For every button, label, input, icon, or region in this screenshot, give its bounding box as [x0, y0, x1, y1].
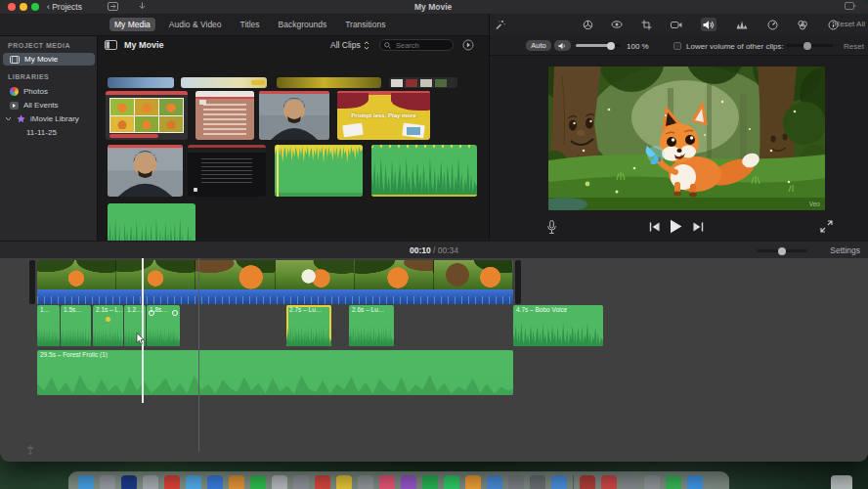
lower-volume-knob[interactable]: [803, 42, 811, 50]
play-button[interactable]: [670, 219, 682, 234]
dock-icon[interactable]: [293, 475, 309, 489]
dock-icon[interactable]: [100, 475, 115, 489]
media-thumbnail[interactable]: [108, 77, 174, 88]
color-balance-icon[interactable]: [580, 18, 595, 31]
voiceover-mic-icon[interactable]: [546, 220, 557, 235]
tab-backgrounds[interactable]: Backgrounds: [274, 18, 332, 31]
tab-my-media[interactable]: My Media: [109, 18, 155, 31]
lower-volume-checkbox[interactable]: [673, 42, 681, 50]
timeline-settings-button[interactable]: Settings: [830, 245, 860, 255]
dock-icon[interactable]: [186, 475, 201, 489]
dock-trash-icon[interactable]: [831, 475, 852, 489]
volume-slider-knob[interactable]: [607, 42, 615, 50]
clip-filter-icon[interactable]: [795, 18, 810, 31]
dock-icon[interactable]: [623, 475, 638, 489]
titlebar-extension-icon[interactable]: [845, 2, 856, 10]
timeline-zoom-slider[interactable]: [757, 249, 807, 252]
tab-audio-video[interactable]: Audio & Video: [164, 18, 227, 31]
dock-icon[interactable]: [687, 475, 703, 489]
media-thumbnail-webcam[interactable]: [259, 91, 329, 140]
media-thumbnail[interactable]: [181, 77, 267, 88]
sidebar-item-all-events[interactable]: All Events: [3, 99, 95, 111]
dock-icon[interactable]: [315, 475, 330, 489]
dock-icon[interactable]: [422, 475, 438, 489]
auto-volume-button[interactable]: Auto: [526, 40, 551, 51]
dock-icon[interactable]: [121, 475, 137, 489]
video-clip-audio-waveform[interactable]: [37, 289, 513, 304]
media-thumbnail[interactable]: [277, 77, 381, 88]
dock-icon[interactable]: [272, 475, 287, 489]
fade-handle[interactable]: [172, 310, 178, 316]
audio-clip-selected[interactable]: 2.7s – Lu…: [286, 305, 331, 346]
browser-next-icon[interactable]: [462, 39, 474, 51]
audio-clip-bobo-voice[interactable]: 4.7s – Bobo Voice: [513, 305, 603, 346]
media-thumbnail-audio-yellow[interactable]: [275, 145, 363, 197]
skip-back-button[interactable]: [649, 222, 660, 232]
audio-clip[interactable]: 1.8s…: [147, 305, 180, 346]
dock-icon[interactable]: [143, 475, 158, 489]
timeline-zoom-knob[interactable]: [778, 247, 786, 255]
search-input[interactable]: [394, 40, 449, 51]
lower-volume-slider[interactable]: [786, 44, 833, 47]
dock-icon[interactable]: [508, 475, 524, 489]
sidebar-item-event-11-11-25[interactable]: 11-11-25: [3, 126, 95, 139]
video-clip-filmstrip[interactable]: [37, 260, 513, 289]
media-thumbnail-fox-collage[interactable]: [106, 91, 188, 140]
dock-icon[interactable]: [580, 475, 595, 489]
sidebar-toggle-icon[interactable]: [105, 40, 117, 50]
dock-icon[interactable]: [207, 475, 223, 489]
preview-viewer[interactable]: Veo: [548, 67, 825, 210]
tab-transitions[interactable]: Transitions: [340, 18, 390, 31]
close-button[interactable]: [8, 3, 16, 11]
dock-icon[interactable]: [487, 475, 502, 489]
back-to-projects-button[interactable]: ‹ Projects: [47, 2, 82, 12]
color-correction-icon[interactable]: [609, 18, 625, 31]
media-thumbnail-webcam[interactable]: [108, 145, 183, 197]
dock-icon[interactable]: [551, 475, 567, 489]
sidebar-item-my-movie[interactable]: My Movie: [3, 53, 95, 66]
dock-icon[interactable]: [336, 475, 352, 489]
stabilization-camera-icon[interactable]: [669, 18, 684, 31]
mute-speaker-button[interactable]: [554, 40, 571, 51]
media-thumbnail-terminal[interactable]: [188, 145, 266, 197]
import-media-icon[interactable]: [108, 2, 118, 11]
audio-clip[interactable]: 1…: [37, 305, 60, 346]
volume-slider[interactable]: [576, 44, 621, 47]
dock-icon[interactable]: [250, 475, 266, 489]
dock-icon[interactable]: [401, 475, 416, 489]
playhead[interactable]: [142, 258, 144, 403]
crop-icon[interactable]: [638, 18, 654, 31]
minimize-button[interactable]: [20, 3, 27, 11]
audio-clip[interactable]: 1.5s…: [61, 305, 91, 346]
audio-clip[interactable]: 2.6s – Lu…: [349, 305, 394, 346]
clip-trim-handle-right[interactable]: [515, 260, 521, 304]
search-field[interactable]: [379, 39, 454, 51]
dock-icon[interactable]: [601, 475, 617, 489]
dock-icon[interactable]: [78, 475, 94, 489]
enhance-magic-wand-icon[interactable]: [492, 18, 507, 31]
fullscreen-icon[interactable]: [820, 220, 833, 233]
dock-icon[interactable]: [444, 475, 459, 489]
media-thumbnail[interactable]: [389, 77, 457, 88]
tab-titles[interactable]: Titles: [236, 18, 265, 31]
dock-icon[interactable]: [164, 475, 180, 489]
clip-trim-handle-left[interactable]: [29, 260, 35, 304]
dock-icon[interactable]: [358, 475, 373, 489]
sidebar-item-photos[interactable]: Photos: [3, 85, 95, 98]
fade-handle[interactable]: [149, 310, 154, 316]
zoom-button[interactable]: [31, 3, 39, 11]
dock-icon[interactable]: [379, 475, 395, 489]
dock-icon[interactable]: [530, 475, 545, 489]
dock-icon[interactable]: [465, 475, 481, 489]
media-thumbnail-audio-wave[interactable]: [371, 145, 477, 197]
dock-icon[interactable]: [644, 475, 660, 489]
music-clip-forest-frolic[interactable]: 29.5s – Forest Frolic (1): [37, 350, 513, 395]
clip-filter-dropdown[interactable]: All Clips: [330, 40, 369, 50]
media-thumbnail-document[interactable]: [195, 91, 254, 140]
dock-icon[interactable]: [666, 475, 681, 489]
reset-all-button[interactable]: Reset All: [834, 20, 865, 28]
speed-speedometer-icon[interactable]: [764, 18, 780, 31]
audio-clip[interactable]: 2.1s – L…: [93, 305, 123, 346]
download-arrow-icon[interactable]: [138, 2, 147, 11]
noise-reduction-equalizer-icon[interactable]: [734, 18, 750, 31]
